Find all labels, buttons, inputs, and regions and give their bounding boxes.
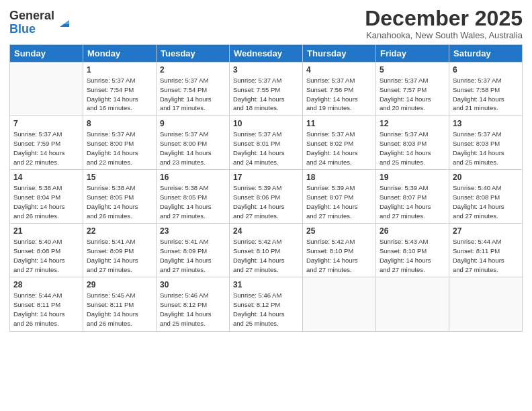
day-info: Sunrise: 5:40 AMSunset: 8:08 PMDaylight:… [13,237,79,274]
day-number: 13 [453,119,519,128]
day-number: 29 [87,280,152,289]
day-info: Sunrise: 5:37 AMSunset: 7:54 PMDaylight:… [87,76,152,113]
calendar-cell [303,277,376,331]
calendar-cell [10,62,83,116]
calendar-cell: 15Sunrise: 5:38 AMSunset: 8:05 PMDayligh… [83,170,157,224]
calendar-cell: 5Sunrise: 5:37 AMSunset: 7:57 PMDaylight… [376,62,449,116]
calendar-cell: 18Sunrise: 5:39 AMSunset: 8:07 PMDayligh… [303,170,376,224]
calendar-cell: 10Sunrise: 5:37 AMSunset: 8:01 PMDayligh… [230,116,303,170]
col-wednesday: Wednesday [230,45,303,62]
day-number: 21 [13,226,79,236]
calendar-cell: 30Sunrise: 5:46 AMSunset: 8:12 PMDayligh… [157,277,230,331]
day-number: 30 [160,280,226,289]
logo-general: General [9,9,54,23]
day-info: Sunrise: 5:38 AMSunset: 8:04 PMDaylight:… [13,183,79,220]
logo: General Blue [9,9,72,36]
calendar-table: Sunday Monday Tuesday Wednesday Thursday… [9,44,523,331]
day-info: Sunrise: 5:40 AMSunset: 8:08 PMDaylight:… [453,183,519,220]
calendar-cell: 16Sunrise: 5:38 AMSunset: 8:05 PMDayligh… [157,170,230,224]
day-number: 8 [87,119,152,128]
day-info: Sunrise: 5:46 AMSunset: 8:12 PMDaylight:… [160,291,226,328]
day-info: Sunrise: 5:39 AMSunset: 8:07 PMDaylight:… [306,183,372,220]
calendar-cell: 23Sunrise: 5:41 AMSunset: 8:09 PMDayligh… [157,224,230,277]
col-tuesday: Tuesday [157,45,230,62]
day-info: Sunrise: 5:44 AMSunset: 8:11 PMDaylight:… [453,237,519,274]
col-saturday: Saturday [449,45,523,62]
calendar-cell: 26Sunrise: 5:43 AMSunset: 8:10 PMDayligh… [376,224,449,277]
day-number: 7 [13,119,79,128]
calendar-cell: 29Sunrise: 5:45 AMSunset: 8:11 PMDayligh… [83,277,157,331]
day-number: 10 [233,119,299,128]
calendar-week-row: 7Sunrise: 5:37 AMSunset: 7:59 PMDaylight… [10,116,523,170]
day-info: Sunrise: 5:39 AMSunset: 8:06 PMDaylight:… [233,183,299,220]
main-container: General Blue December 2025 Kanahooka, Ne… [0,0,532,338]
subtitle: Kanahooka, New South Wales, Australia [365,30,523,40]
day-info: Sunrise: 5:46 AMSunset: 8:12 PMDaylight:… [233,291,299,328]
calendar-cell: 21Sunrise: 5:40 AMSunset: 8:08 PMDayligh… [10,224,83,277]
day-number: 27 [453,226,519,236]
day-number: 17 [233,173,299,182]
day-number: 3 [233,65,299,75]
header: General Blue December 2025 Kanahooka, Ne… [9,7,523,40]
calendar-cell: 12Sunrise: 5:37 AMSunset: 8:03 PMDayligh… [376,116,449,170]
calendar-cell: 8Sunrise: 5:37 AMSunset: 8:00 PMDaylight… [83,116,157,170]
day-number: 19 [380,173,445,182]
day-info: Sunrise: 5:38 AMSunset: 8:05 PMDaylight:… [87,183,152,220]
calendar-cell: 25Sunrise: 5:42 AMSunset: 8:10 PMDayligh… [303,224,376,277]
day-info: Sunrise: 5:41 AMSunset: 8:09 PMDaylight:… [160,237,226,274]
logo-icon [57,15,72,30]
day-info: Sunrise: 5:42 AMSunset: 8:10 PMDaylight:… [306,237,372,274]
day-number: 26 [380,226,445,236]
day-number: 23 [160,226,226,236]
calendar-week-row: 28Sunrise: 5:44 AMSunset: 8:11 PMDayligh… [10,277,523,331]
col-monday: Monday [83,45,157,62]
day-info: Sunrise: 5:42 AMSunset: 8:10 PMDaylight:… [233,237,299,274]
calendar-cell [449,277,523,331]
day-number: 14 [13,173,79,182]
day-info: Sunrise: 5:37 AMSunset: 8:02 PMDaylight:… [306,130,372,167]
day-number: 28 [13,280,79,289]
col-friday: Friday [376,45,449,62]
day-info: Sunrise: 5:45 AMSunset: 8:11 PMDaylight:… [87,291,152,328]
calendar-week-row: 14Sunrise: 5:38 AMSunset: 8:04 PMDayligh… [10,170,523,224]
calendar-header-row: Sunday Monday Tuesday Wednesday Thursday… [10,45,523,62]
logo-text: General Blue [9,9,54,36]
day-info: Sunrise: 5:37 AMSunset: 8:00 PMDaylight:… [87,130,152,167]
day-number: 1 [87,65,152,75]
day-number: 11 [306,119,372,128]
day-info: Sunrise: 5:37 AMSunset: 7:56 PMDaylight:… [306,76,372,113]
calendar-cell: 7Sunrise: 5:37 AMSunset: 7:59 PMDaylight… [10,116,83,170]
day-number: 15 [87,173,152,182]
calendar-cell: 22Sunrise: 5:41 AMSunset: 8:09 PMDayligh… [83,224,157,277]
day-number: 2 [160,65,226,75]
calendar-cell: 3Sunrise: 5:37 AMSunset: 7:55 PMDaylight… [230,62,303,116]
calendar-cell: 13Sunrise: 5:37 AMSunset: 8:03 PMDayligh… [449,116,523,170]
day-info: Sunrise: 5:37 AMSunset: 8:03 PMDaylight:… [453,130,519,167]
calendar-cell: 19Sunrise: 5:39 AMSunset: 8:07 PMDayligh… [376,170,449,224]
day-info: Sunrise: 5:37 AMSunset: 7:57 PMDaylight:… [380,76,445,113]
day-info: Sunrise: 5:37 AMSunset: 8:00 PMDaylight:… [160,130,226,167]
day-info: Sunrise: 5:43 AMSunset: 8:10 PMDaylight:… [380,237,445,274]
day-info: Sunrise: 5:39 AMSunset: 8:07 PMDaylight:… [380,183,445,220]
day-info: Sunrise: 5:37 AMSunset: 7:54 PMDaylight:… [160,76,226,113]
day-number: 24 [233,226,299,236]
day-number: 31 [233,280,299,289]
day-number: 18 [306,173,372,182]
day-info: Sunrise: 5:37 AMSunset: 7:55 PMDaylight:… [233,76,299,113]
calendar-cell: 11Sunrise: 5:37 AMSunset: 8:02 PMDayligh… [303,116,376,170]
day-info: Sunrise: 5:37 AMSunset: 7:59 PMDaylight:… [13,130,79,167]
day-info: Sunrise: 5:37 AMSunset: 8:01 PMDaylight:… [233,130,299,167]
calendar-cell: 31Sunrise: 5:46 AMSunset: 8:12 PMDayligh… [230,277,303,331]
day-number: 9 [160,119,226,128]
day-number: 5 [380,65,445,75]
calendar-cell [376,277,449,331]
calendar-cell: 20Sunrise: 5:40 AMSunset: 8:08 PMDayligh… [449,170,523,224]
logo-blue: Blue [9,23,54,36]
calendar-cell: 17Sunrise: 5:39 AMSunset: 8:06 PMDayligh… [230,170,303,224]
calendar-body: 1Sunrise: 5:37 AMSunset: 7:54 PMDaylight… [10,62,523,331]
day-info: Sunrise: 5:37 AMSunset: 7:58 PMDaylight:… [453,76,519,113]
col-sunday: Sunday [10,45,83,62]
calendar-week-row: 21Sunrise: 5:40 AMSunset: 8:08 PMDayligh… [10,224,523,277]
day-number: 25 [306,226,372,236]
col-thursday: Thursday [303,45,376,62]
